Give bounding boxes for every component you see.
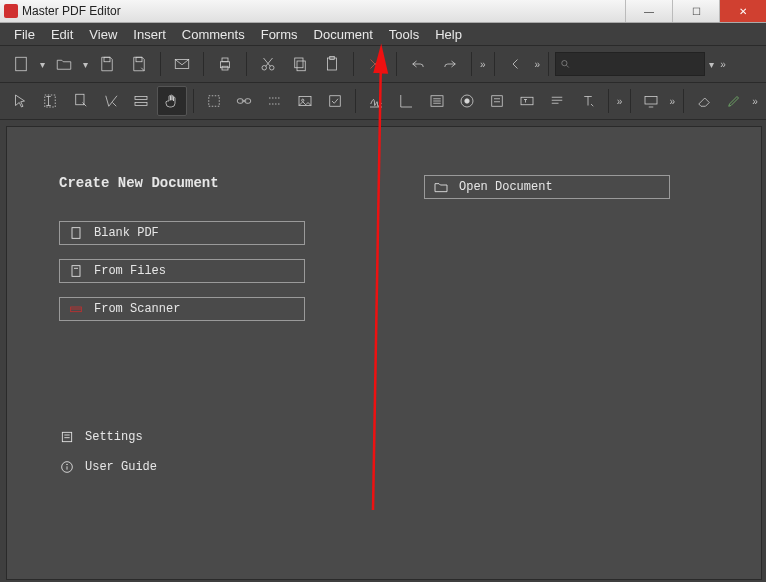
open-document-button[interactable]: Open Document	[424, 175, 670, 199]
prev-page-icon[interactable]	[501, 50, 531, 78]
overflow-icon[interactable]: »	[615, 96, 625, 107]
separator	[471, 52, 472, 76]
menubar: File Edit View Insert Comments Forms Doc…	[0, 23, 766, 46]
svg-rect-18	[209, 96, 220, 107]
delete-icon[interactable]	[360, 50, 390, 78]
user-guide-button[interactable]: User Guide	[59, 459, 384, 475]
overflow-icon[interactable]: »	[478, 59, 488, 70]
pencil-icon[interactable]	[720, 87, 748, 115]
separator	[683, 89, 684, 113]
open-folder-icon[interactable]	[49, 50, 79, 78]
dropdown-icon[interactable]: ▾	[38, 59, 47, 70]
create-heading: Create New Document	[59, 175, 384, 191]
svg-rect-9	[297, 61, 305, 71]
app-icon	[4, 4, 18, 18]
hand-icon[interactable]	[157, 86, 187, 116]
print-icon[interactable]	[210, 50, 240, 78]
menu-view[interactable]: View	[81, 27, 125, 42]
blank-pdf-label: Blank PDF	[94, 226, 159, 240]
separator	[203, 52, 204, 76]
menu-file[interactable]: File	[6, 27, 43, 42]
form-field-icon[interactable]	[127, 87, 155, 115]
overflow-icon[interactable]: »	[533, 59, 543, 70]
paragraph-icon[interactable]	[543, 87, 571, 115]
blank-pdf-button[interactable]: Blank PDF	[59, 221, 305, 245]
line-icon[interactable]	[261, 87, 289, 115]
search-input[interactable]	[555, 52, 705, 76]
align-icon[interactable]	[392, 87, 420, 115]
search-field[interactable]	[574, 57, 701, 71]
paste-icon[interactable]	[317, 50, 347, 78]
svg-rect-2	[136, 57, 142, 62]
menu-forms[interactable]: Forms	[253, 27, 306, 42]
separator	[355, 89, 356, 113]
folder-icon	[433, 179, 449, 195]
undo-icon[interactable]	[403, 50, 433, 78]
svg-point-25	[301, 99, 303, 101]
crop-icon[interactable]	[200, 87, 228, 115]
svg-rect-16	[135, 97, 147, 100]
svg-rect-1	[104, 57, 110, 62]
text-select-icon[interactable]	[36, 87, 64, 115]
from-scanner-button[interactable]: From Scanner	[59, 297, 305, 321]
checkbox-icon[interactable]	[321, 87, 349, 115]
edit-doc-icon[interactable]	[66, 87, 94, 115]
menu-insert[interactable]: Insert	[125, 27, 174, 42]
svg-rect-50	[62, 432, 71, 441]
page-icon	[68, 263, 84, 279]
menu-comments[interactable]: Comments	[174, 27, 253, 42]
record-icon[interactable]	[453, 87, 481, 115]
save-icon[interactable]	[92, 50, 122, 78]
scanner-icon	[68, 301, 84, 317]
svg-rect-26	[330, 96, 341, 107]
svg-rect-36	[492, 96, 503, 107]
svg-rect-17	[135, 103, 147, 106]
welcome-panel: Create New Document Blank PDF From Files…	[6, 126, 762, 580]
list-icon[interactable]	[423, 87, 451, 115]
separator	[608, 89, 609, 113]
overflow-icon[interactable]: »	[667, 96, 677, 107]
new-doc-icon[interactable]	[6, 50, 36, 78]
toolbar-2: » » »	[0, 83, 766, 120]
mail-icon[interactable]	[167, 50, 197, 78]
save-as-icon[interactable]	[124, 50, 154, 78]
dropdown-icon[interactable]: ▾	[707, 59, 716, 70]
window-titlebar: Master PDF Editor — ☐ ✕	[0, 0, 766, 23]
eraser-icon[interactable]	[690, 87, 718, 115]
separator	[548, 52, 549, 76]
overflow-icon[interactable]: »	[750, 96, 760, 107]
dropdown-icon[interactable]: ▾	[81, 59, 90, 70]
redo-icon[interactable]	[435, 50, 465, 78]
cut-icon[interactable]	[253, 50, 283, 78]
svg-rect-43	[645, 97, 657, 105]
from-files-button[interactable]: From Files	[59, 259, 305, 283]
workarea: Create New Document Blank PDF From Files…	[0, 120, 766, 582]
minimize-button[interactable]: —	[625, 0, 672, 22]
copy-icon[interactable]	[285, 50, 315, 78]
close-button[interactable]: ✕	[719, 0, 766, 22]
stamp-icon[interactable]	[483, 87, 511, 115]
link-icon[interactable]	[230, 87, 258, 115]
svg-rect-5	[222, 58, 228, 62]
separator	[353, 52, 354, 76]
menu-help[interactable]: Help	[427, 27, 470, 42]
menu-tools[interactable]: Tools	[381, 27, 427, 42]
image-icon[interactable]	[291, 87, 319, 115]
open-document-label: Open Document	[459, 180, 553, 194]
maximize-button[interactable]: ☐	[672, 0, 719, 22]
separator	[494, 52, 495, 76]
textbox-icon[interactable]	[513, 87, 541, 115]
pointer-icon[interactable]	[6, 87, 34, 115]
user-guide-label: User Guide	[85, 460, 157, 474]
menu-document[interactable]: Document	[306, 27, 381, 42]
signature-icon[interactable]	[362, 87, 390, 115]
screen-icon[interactable]	[637, 87, 665, 115]
text-tool-icon[interactable]	[574, 87, 602, 115]
page-icon	[68, 225, 84, 241]
from-files-label: From Files	[94, 264, 166, 278]
menu-edit[interactable]: Edit	[43, 27, 81, 42]
window-title: Master PDF Editor	[22, 4, 625, 18]
overflow-icon[interactable]: »	[718, 59, 728, 70]
edit-form-icon[interactable]	[97, 87, 125, 115]
settings-button[interactable]: Settings	[59, 429, 384, 445]
